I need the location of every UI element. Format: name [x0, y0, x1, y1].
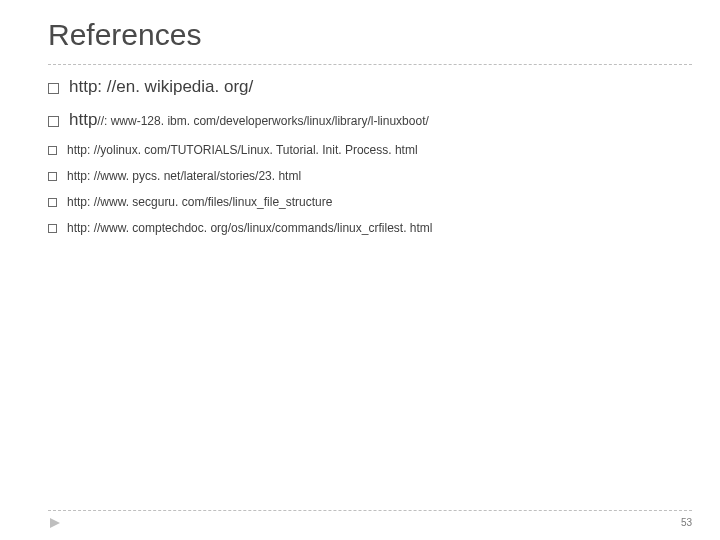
list-item: http//: www-128. ibm. com/developerworks… — [48, 109, 668, 132]
bullet-icon — [48, 146, 57, 155]
reference-text: http: //www. secguru. com/files/linux_fi… — [67, 194, 332, 210]
bullet-icon — [48, 83, 59, 94]
arrow-icon — [48, 516, 62, 530]
list-item: http: //en. wikipedia. org/ — [48, 76, 668, 99]
slide: References http: //en. wikipedia. org/ h… — [0, 0, 720, 540]
list-item: http: //www. pycs. net/lateral/stories/2… — [48, 168, 668, 184]
bullet-icon — [48, 198, 57, 207]
reference-text: http: //www. comptechdoc. org/os/linux/c… — [67, 220, 432, 236]
bullet-icon — [48, 224, 57, 233]
svg-marker-0 — [50, 518, 60, 528]
list-item: http: //www. secguru. com/files/linux_fi… — [48, 194, 668, 210]
page-title: References — [48, 18, 201, 52]
reference-text: http//: www-128. ibm. com/developerworks… — [69, 109, 429, 132]
reference-text: http: //en. wikipedia. org/ — [69, 76, 253, 99]
bullet-icon — [48, 116, 59, 127]
list-item: http: //www. comptechdoc. org/os/linux/c… — [48, 220, 668, 236]
divider-top — [48, 64, 692, 65]
page-number: 53 — [681, 517, 692, 528]
bullet-icon — [48, 172, 57, 181]
references-list: http: //en. wikipedia. org/ http//: www-… — [48, 76, 668, 247]
reference-text: http: //yolinux. com/TUTORIALS/Linux. Tu… — [67, 142, 418, 158]
divider-bottom — [48, 510, 692, 511]
list-item: http: //yolinux. com/TUTORIALS/Linux. Tu… — [48, 142, 668, 158]
reference-text: http: //www. pycs. net/lateral/stories/2… — [67, 168, 301, 184]
